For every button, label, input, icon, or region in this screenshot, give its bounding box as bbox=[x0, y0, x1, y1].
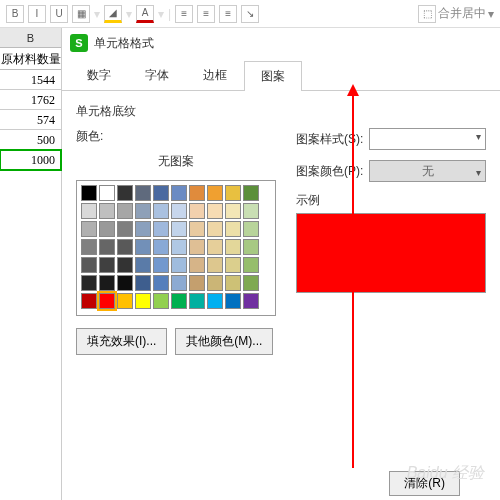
color-swatch[interactable] bbox=[243, 185, 259, 201]
pattern-style-combo[interactable] bbox=[369, 128, 486, 150]
color-swatch[interactable] bbox=[153, 293, 169, 309]
color-swatch[interactable] bbox=[153, 239, 169, 255]
color-swatch[interactable] bbox=[207, 203, 223, 219]
color-swatch[interactable] bbox=[117, 293, 133, 309]
color-swatch[interactable] bbox=[243, 203, 259, 219]
color-swatch[interactable] bbox=[243, 257, 259, 273]
color-swatch[interactable] bbox=[135, 203, 151, 219]
color-swatch[interactable] bbox=[135, 275, 151, 291]
color-swatch[interactable] bbox=[207, 275, 223, 291]
color-swatch[interactable] bbox=[225, 185, 241, 201]
color-swatch[interactable] bbox=[81, 293, 97, 309]
color-swatch[interactable] bbox=[243, 221, 259, 237]
orientation-icon[interactable]: ↘ bbox=[241, 5, 259, 23]
color-swatch[interactable] bbox=[225, 275, 241, 291]
color-swatch[interactable] bbox=[189, 185, 205, 201]
chevron-down-icon[interactable]: ▾ bbox=[488, 7, 494, 21]
color-swatch[interactable] bbox=[189, 275, 205, 291]
italic-icon[interactable]: I bbox=[28, 5, 46, 23]
color-swatch[interactable] bbox=[117, 239, 133, 255]
column-letter[interactable]: B bbox=[0, 28, 61, 48]
color-swatch[interactable] bbox=[225, 221, 241, 237]
tab-border[interactable]: 边框 bbox=[186, 60, 244, 90]
color-swatch[interactable] bbox=[81, 239, 97, 255]
table-row[interactable]: 1000 bbox=[0, 150, 61, 170]
color-swatch[interactable] bbox=[117, 275, 133, 291]
color-swatch[interactable] bbox=[81, 221, 97, 237]
color-swatch[interactable] bbox=[99, 185, 115, 201]
tab-font[interactable]: 字体 bbox=[128, 60, 186, 90]
sample-label: 示例 bbox=[296, 192, 486, 209]
color-swatch[interactable] bbox=[153, 275, 169, 291]
color-swatch[interactable] bbox=[135, 221, 151, 237]
color-swatch[interactable] bbox=[225, 239, 241, 255]
color-swatch[interactable] bbox=[117, 203, 133, 219]
color-swatch[interactable] bbox=[81, 203, 97, 219]
color-swatch[interactable] bbox=[189, 239, 205, 255]
table-row[interactable]: 1762 bbox=[0, 90, 61, 110]
color-swatch[interactable] bbox=[171, 275, 187, 291]
color-swatch[interactable] bbox=[153, 203, 169, 219]
merge-cells-icon[interactable]: ⬚ bbox=[418, 5, 436, 23]
tab-pattern[interactable]: 图案 bbox=[244, 61, 302, 91]
tab-number[interactable]: 数字 bbox=[70, 60, 128, 90]
fill-color-icon[interactable]: ◢ bbox=[104, 5, 122, 23]
color-swatch[interactable] bbox=[189, 293, 205, 309]
bold-icon[interactable]: B bbox=[6, 5, 24, 23]
color-swatch[interactable] bbox=[117, 185, 133, 201]
table-row[interactable]: 1544 bbox=[0, 70, 61, 90]
color-swatch[interactable] bbox=[117, 221, 133, 237]
color-swatch[interactable] bbox=[171, 293, 187, 309]
color-swatch[interactable] bbox=[153, 221, 169, 237]
color-swatch[interactable] bbox=[99, 239, 115, 255]
color-swatch[interactable] bbox=[135, 185, 151, 201]
color-swatch[interactable] bbox=[243, 293, 259, 309]
color-swatch[interactable] bbox=[99, 275, 115, 291]
color-swatch[interactable] bbox=[171, 203, 187, 219]
table-row[interactable]: 574 bbox=[0, 110, 61, 130]
align-right-icon[interactable]: ≡ bbox=[219, 5, 237, 23]
pattern-color-combo[interactable]: 无 bbox=[369, 160, 486, 182]
underline-icon[interactable]: U bbox=[50, 5, 68, 23]
color-swatch[interactable] bbox=[81, 185, 97, 201]
font-color-icon[interactable]: A bbox=[136, 5, 154, 23]
merge-label[interactable]: 合并居中 bbox=[438, 5, 486, 22]
color-swatch[interactable] bbox=[189, 257, 205, 273]
dialog-title: 单元格格式 bbox=[94, 35, 154, 52]
color-swatch[interactable] bbox=[81, 275, 97, 291]
border-icon[interactable]: ▦ bbox=[72, 5, 90, 23]
color-swatch[interactable] bbox=[225, 203, 241, 219]
color-swatch[interactable] bbox=[243, 239, 259, 255]
color-swatch[interactable] bbox=[207, 239, 223, 255]
color-swatch[interactable] bbox=[243, 275, 259, 291]
color-swatch[interactable] bbox=[81, 257, 97, 273]
color-swatch[interactable] bbox=[207, 257, 223, 273]
color-swatch[interactable] bbox=[153, 257, 169, 273]
color-swatch[interactable] bbox=[99, 293, 115, 309]
color-swatch[interactable] bbox=[189, 203, 205, 219]
color-swatch[interactable] bbox=[225, 257, 241, 273]
color-swatch[interactable] bbox=[135, 293, 151, 309]
color-swatch[interactable] bbox=[189, 221, 205, 237]
color-swatch[interactable] bbox=[207, 221, 223, 237]
align-center-icon[interactable]: ≡ bbox=[197, 5, 215, 23]
color-swatch[interactable] bbox=[99, 221, 115, 237]
color-swatch[interactable] bbox=[153, 185, 169, 201]
table-row[interactable]: 500 bbox=[0, 130, 61, 150]
color-swatch[interactable] bbox=[207, 185, 223, 201]
color-swatch[interactable] bbox=[117, 257, 133, 273]
color-swatch[interactable] bbox=[171, 185, 187, 201]
color-swatch[interactable] bbox=[171, 239, 187, 255]
color-swatch[interactable] bbox=[99, 257, 115, 273]
color-swatch[interactable] bbox=[207, 293, 223, 309]
color-swatch[interactable] bbox=[135, 239, 151, 255]
align-left-icon[interactable]: ≡ bbox=[175, 5, 193, 23]
color-swatch[interactable] bbox=[171, 257, 187, 273]
color-swatch[interactable] bbox=[171, 221, 187, 237]
color-swatch[interactable] bbox=[135, 257, 151, 273]
other-colors-button[interactable]: 其他颜色(M)... bbox=[175, 328, 273, 355]
column-header[interactable]: 原材料数量 bbox=[0, 48, 61, 70]
fill-effects-button[interactable]: 填充效果(I)... bbox=[76, 328, 167, 355]
color-swatch[interactable] bbox=[99, 203, 115, 219]
color-swatch[interactable] bbox=[225, 293, 241, 309]
